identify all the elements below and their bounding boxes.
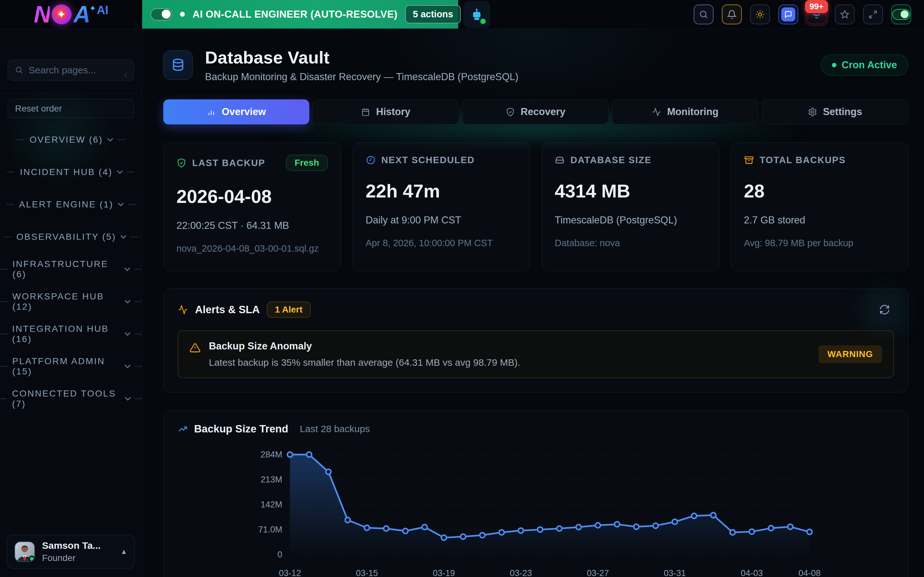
stat-label: DATABASE SIZE <box>570 155 652 165</box>
chevron-down-icon <box>117 168 123 174</box>
svg-text:0: 0 <box>278 550 282 559</box>
sidebar-section-alert-engine[interactable]: ALERT ENGINE (1) <box>0 188 142 221</box>
sidebar-section-incident-hub[interactable]: INCIDENT HUB (4) <box>0 156 142 188</box>
gear-icon <box>808 107 817 117</box>
search-button[interactable] <box>694 5 714 24</box>
user-name: Samson Ta... <box>42 540 101 551</box>
fresh-badge: Fresh <box>286 155 328 171</box>
oncall-label: AI ON-CALL ENGINEER (AUTO-RESOLVE) <box>192 9 397 20</box>
chevron-down-icon <box>124 265 130 271</box>
avatar <box>15 542 35 562</box>
bell-icon <box>727 10 737 19</box>
chart-title: Backup Size Trend <box>194 423 288 435</box>
chat-icon <box>781 7 795 21</box>
svg-text:71.0M: 71.0M <box>258 525 282 534</box>
fullscreen-button[interactable] <box>863 5 883 24</box>
notification-count-badge: 99+ <box>805 0 828 13</box>
user-role: Founder <box>42 553 101 563</box>
logo-letter: N <box>34 1 49 28</box>
archive-icon <box>744 155 754 165</box>
sidebar: Reset order OVERVIEW (6) INCIDENT HUB (4… <box>0 29 142 577</box>
stat-card-database-size: DATABASE SIZE 4314 MB TimescaleDB (Postg… <box>541 142 719 271</box>
alert-count-badge: 1 Alert <box>267 301 310 318</box>
chevron-down-icon <box>125 395 131 400</box>
search-icon <box>699 10 708 19</box>
activity-icon <box>652 107 661 117</box>
caret-up-icon[interactable]: ▲ <box>120 548 128 556</box>
tab-overview[interactable]: Overview <box>163 99 309 124</box>
search-input[interactable] <box>8 60 134 81</box>
sidebar-section-infrastructure[interactable]: INFRASTRUCTURE (6) <box>0 253 142 285</box>
theme-button[interactable] <box>750 5 770 24</box>
inbox-button[interactable]: 99+ <box>806 5 827 24</box>
oncall-banner: AI ON-CALL ENGINEER (AUTO-RESOLVE) 5 act… <box>142 0 458 29</box>
notifications-button[interactable] <box>722 5 742 24</box>
toggle-switch-icon <box>892 9 910 20</box>
sidebar-section-workspace-hub[interactable]: WORKSPACE HUB (12) <box>0 285 142 318</box>
stat-foot: Database: nova <box>555 236 706 250</box>
svg-text:142M: 142M <box>260 500 282 509</box>
page-subtitle: Backup Monitoring & Disaster Recovery — … <box>205 71 519 83</box>
tab-settings[interactable]: Settings <box>762 99 908 124</box>
stat-sub: Daily at 9:00 PM CST <box>366 214 517 226</box>
chevron-down-icon <box>118 200 124 206</box>
stat-label: NEXT SCHEDULED <box>381 155 475 165</box>
svg-text:03-15: 03-15 <box>356 568 378 577</box>
global-toggle-button[interactable] <box>891 5 911 24</box>
pulse-icon <box>178 305 188 315</box>
oncall-actions-badge[interactable]: 5 actions <box>405 5 461 23</box>
topbar: N ✦ A ✦ AI AI ON-CALL ENGINEER (AUTO-RES… <box>0 0 924 29</box>
chevron-down-icon <box>107 135 113 141</box>
star-icon <box>840 10 850 19</box>
chat-button[interactable] <box>779 5 798 24</box>
oncall-status-dot <box>180 12 185 17</box>
reset-order-button[interactable]: Reset order <box>8 99 134 118</box>
stat-label: LAST BACKUP <box>192 158 265 168</box>
trending-up-icon <box>178 424 188 434</box>
bar-chart-icon <box>207 107 216 117</box>
chevron-down-icon <box>124 362 130 368</box>
main-content: Database Vault Backup Monitoring & Disas… <box>142 29 924 577</box>
stat-sub: 22:00:25 CST · 64.31 MB <box>176 220 328 231</box>
stat-foot: Avg: 98.79 MB per backup <box>744 236 895 250</box>
tab-recovery[interactable]: Recovery <box>462 99 609 124</box>
tab-history[interactable]: History <box>312 99 459 124</box>
stat-card-total-backups: TOTAL BACKUPS 28 2.7 GB stored Avg: 98.7… <box>731 142 909 271</box>
sidebar-section-connected-tools[interactable]: CONNECTED TOOLS (7) <box>0 382 142 415</box>
alert-description: Latest backup is 35% smaller than averag… <box>209 357 520 368</box>
logo-orb-icon: ✦ <box>52 5 71 24</box>
sidebar-section-overview[interactable]: OVERVIEW (6) <box>0 123 142 156</box>
alert-title: Backup Size Anomaly <box>209 340 520 352</box>
clock-icon <box>366 155 376 165</box>
shield-icon <box>506 107 515 117</box>
tab-monitoring[interactable]: Monitoring <box>612 99 758 124</box>
alert-row[interactable]: Backup Size Anomaly Latest backup is 35%… <box>178 330 894 378</box>
stat-value: 2026-04-08 <box>176 185 328 207</box>
alerts-panel: Alerts & SLA 1 Alert Backup Size Anomaly… <box>163 288 908 392</box>
favorites-button[interactable] <box>835 5 855 24</box>
oncall-toggle[interactable] <box>150 8 172 21</box>
svg-text:213M: 213M <box>260 475 282 484</box>
status-dot <box>832 63 837 67</box>
stat-value: 28 <box>744 180 895 201</box>
sidebar-section-integration-hub[interactable]: INTEGRATION HUB (16) <box>0 318 142 350</box>
tab-bar: Overview History Recovery Monitoring Set… <box>163 99 908 124</box>
user-card[interactable]: Samson Ta... Founder ▲ <box>7 535 135 569</box>
svg-text:03-19: 03-19 <box>433 568 455 577</box>
logo-letter: A <box>73 1 89 28</box>
backup-size-trend-chart[interactable]: 071.0M142M213M284M03-1203-1503-1903-2303… <box>178 444 894 577</box>
backup-trend-card: Backup Size Trend Last 28 backups 071.0M… <box>163 410 908 577</box>
svg-text:04-08: 04-08 <box>798 568 821 577</box>
calendar-icon <box>361 107 370 117</box>
stat-sub: 2.7 GB stored <box>744 214 895 226</box>
sidebar-section-platform-admin[interactable]: PLATFORM ADMIN (15) <box>0 350 142 382</box>
ai-assistant-button[interactable] <box>463 1 490 28</box>
nova-logo[interactable]: N ✦ A ✦ AI <box>0 0 142 29</box>
svg-text:03-31: 03-31 <box>664 568 686 577</box>
sidebar-section-observability[interactable]: OBSERVABILITY (5) <box>0 221 142 253</box>
refresh-button[interactable] <box>875 300 894 319</box>
svg-text:284M: 284M <box>260 450 282 459</box>
shield-check-icon <box>176 158 186 168</box>
chart-subtitle: Last 28 backups <box>300 424 370 434</box>
logo-ai-suffix: AI <box>97 3 108 17</box>
